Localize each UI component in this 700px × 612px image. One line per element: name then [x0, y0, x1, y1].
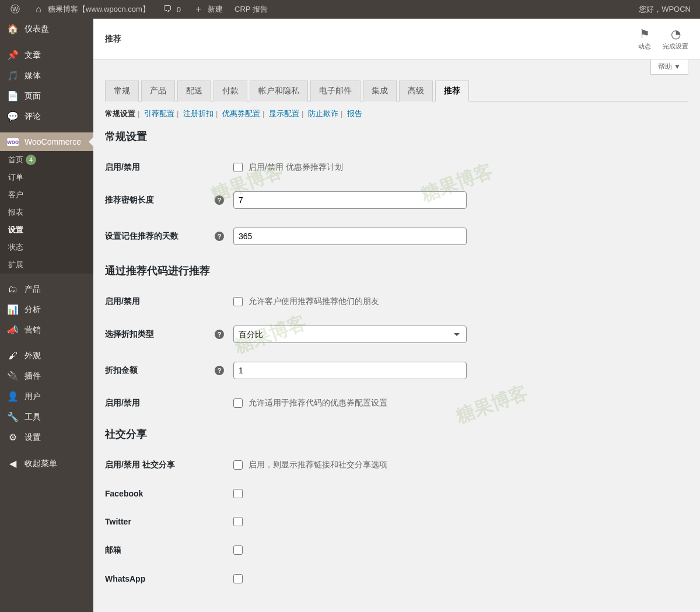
help-tab[interactable]: 帮助 ▼: [650, 60, 688, 75]
field-discount-type: 选择折扣类型? 百分比: [105, 316, 688, 352]
sidebar-sub-label: 客户: [8, 190, 23, 199]
tab-shipping[interactable]: 配送: [177, 81, 211, 102]
sidebar-sub-label: 状态: [8, 243, 23, 251]
sidebar-item-label: 工具: [24, 412, 41, 422]
tab-advanced[interactable]: 高级: [399, 81, 433, 102]
sidebar-item-collapse[interactable]: ◀收起菜单: [0, 453, 93, 474]
sidebar-item-label: 用户: [24, 391, 41, 402]
twitter-checkbox[interactable]: [233, 517, 243, 526]
sidebar-item-users[interactable]: 👤用户: [0, 386, 93, 407]
sidebar-item-label: 文章: [24, 50, 41, 61]
help-tip-icon[interactable]: ?: [215, 195, 224, 205]
help-tip-icon[interactable]: ?: [215, 330, 224, 339]
sublink-referral-config[interactable]: 引荐配置: [144, 109, 174, 118]
sidebar-sub-customers[interactable]: 客户: [0, 186, 93, 204]
tab-accounts[interactable]: 帐户和隐私: [250, 81, 308, 102]
enable-code-checkbox[interactable]: [233, 297, 243, 306]
sidebar-item-marketing[interactable]: 📣营销: [0, 320, 93, 340]
crp-label: CRP 报告: [235, 4, 268, 15]
discount-amount-input[interactable]: [233, 362, 467, 379]
field-email: 邮箱: [105, 536, 688, 565]
key-length-input[interactable]: [233, 191, 467, 209]
email-checkbox[interactable]: [233, 545, 243, 555]
comments-count: 0: [177, 5, 181, 14]
page-icon: 📄: [7, 90, 19, 102]
sidebar-item-plugins[interactable]: 🔌插件: [0, 366, 93, 386]
sublink-coupon-config[interactable]: 优惠券配置: [222, 109, 260, 118]
enable-coupon-desc: 允许适用于推荐代码的优惠券配置设置: [249, 398, 387, 408]
analytics-icon: 📊: [7, 304, 19, 315]
sidebar-item-woocommerce[interactable]: wooWooCommerce: [0, 132, 93, 151]
pin-icon: 📌: [7, 50, 19, 61]
facebook-checkbox[interactable]: [233, 489, 243, 498]
field-twitter: Twitter: [105, 508, 688, 536]
sidebar-item-label: 页面: [24, 91, 41, 102]
sidebar-item-label: 设置: [24, 432, 41, 443]
tab-integration[interactable]: 集成: [363, 81, 397, 102]
tab-general[interactable]: 常规: [105, 81, 139, 102]
site-name-label: 糖果博客【www.wpocn.com】: [48, 4, 150, 15]
progress-icon: ◔: [663, 27, 688, 41]
sidebar-item-products[interactable]: 🗂产品: [0, 279, 93, 299]
enable-plan-checkbox[interactable]: [233, 163, 243, 172]
enable-coupon-checkbox[interactable]: [233, 398, 243, 408]
sidebar-sub-extensions[interactable]: 扩展: [0, 256, 93, 274]
sidebar-item-label: 产品: [24, 284, 41, 295]
admin-greeting[interactable]: 您好，WPOCN: [639, 4, 695, 15]
field-remember-days: 设置记住推荐的天数?: [105, 218, 688, 254]
site-name-link[interactable]: ⌂糖果博客【www.wpocn.com】: [28, 0, 155, 19]
sidebar-sub-label: 首页: [8, 155, 23, 164]
discount-type-select[interactable]: 百分比: [233, 326, 467, 343]
enable-social-checkbox[interactable]: [233, 460, 243, 470]
sidebar-sub-orders[interactable]: 订单: [0, 169, 93, 186]
help-tip-icon[interactable]: ?: [215, 232, 224, 241]
whatsapp-checkbox[interactable]: [233, 574, 243, 583]
wp-logo[interactable]: ⓦ: [5, 0, 26, 19]
help-tip-icon[interactable]: ?: [215, 366, 224, 375]
crp-report-link[interactable]: CRP 报告: [230, 0, 272, 19]
tab-referral[interactable]: 推荐: [435, 81, 469, 102]
sidebar-item-appearance[interactable]: 🖌外观: [0, 346, 93, 366]
sidebar-item-label: WooCommerce: [24, 137, 81, 146]
new-content-link[interactable]: +新建: [188, 0, 228, 19]
tab-emails[interactable]: 电子邮件: [310, 81, 360, 102]
sublink-fraud-prevent[interactable]: 防止欺诈: [308, 109, 338, 118]
sidebar-item-label: 外观: [24, 351, 41, 361]
sublink-report[interactable]: 报告: [347, 109, 362, 118]
sidebar-sub-reports[interactable]: 报表: [0, 204, 93, 221]
megaphone-icon: 📣: [7, 324, 19, 335]
field-whatsapp: WhatsApp: [105, 565, 688, 593]
sublink-general[interactable]: 常规设置: [105, 109, 135, 118]
media-icon: 🎵: [7, 70, 19, 81]
activity-button[interactable]: ⚑动态: [638, 27, 651, 51]
collapse-icon: ◀: [7, 458, 19, 469]
sidebar-sub-label: 订单: [8, 173, 23, 181]
field-facebook: Facebook: [105, 480, 688, 508]
sublink-display-config[interactable]: 显示配置: [269, 109, 299, 118]
sidebar-sub-status[interactable]: 状态: [0, 239, 93, 256]
sidebar-item-comments[interactable]: 💬评论: [0, 106, 93, 127]
section-title-social: 社交分享: [105, 427, 688, 441]
remember-days-input[interactable]: [233, 228, 467, 245]
sidebar-item-posts[interactable]: 📌文章: [0, 45, 93, 65]
sidebar-item-dashboard[interactable]: 🏠仪表盘: [0, 19, 93, 39]
tab-products[interactable]: 产品: [141, 81, 175, 102]
sidebar-item-media[interactable]: 🎵媒体: [0, 65, 93, 86]
tab-payments[interactable]: 付款: [214, 81, 247, 102]
admin-sidebar: 🏠仪表盘 📌文章 🎵媒体 📄页面 💬评论 wooWooCommerce 首页4 …: [0, 19, 93, 612]
sidebar-item-pages[interactable]: 📄页面: [0, 86, 93, 106]
sidebar-item-settings[interactable]: ⚙设置: [0, 427, 93, 447]
sidebar-sub-woo-home[interactable]: 首页4: [0, 151, 93, 169]
sidebar-item-tools[interactable]: 🔧工具: [0, 407, 93, 427]
section-title-general: 常规设置: [105, 130, 688, 144]
user-icon: 👤: [7, 391, 19, 402]
comment-icon: 🗨: [162, 4, 173, 15]
finish-setup-button[interactable]: ◔完成设置: [663, 27, 688, 51]
sidebar-sub-settings[interactable]: 设置: [0, 221, 93, 239]
comments-link[interactable]: 🗨0: [157, 0, 186, 19]
field-enable-social: 启用/禁用 社交分享 启用，则显示推荐链接和社交分享选项: [105, 450, 688, 480]
activity-label: 动态: [638, 43, 651, 50]
sublink-signup-discount[interactable]: 注册折扣: [183, 109, 214, 118]
sidebar-item-analytics[interactable]: 📊分析: [0, 299, 93, 320]
enable-plan-desc: 启用/禁用 优惠券推荐计划: [249, 162, 343, 173]
